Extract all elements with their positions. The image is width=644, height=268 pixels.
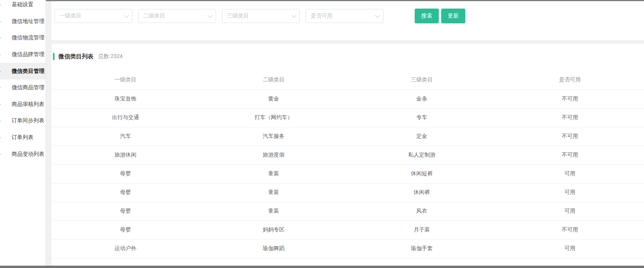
category-list-card: 微信类目列表 总数:2324 一级类目 二级类目 三级类目 是否可用 珠宝首饰 … — [51, 44, 644, 266]
horizontal-scrollbar-bottom[interactable] — [0, 266, 644, 268]
cell-level3: 月子装 — [348, 220, 496, 239]
cell-level2: 黄金 — [200, 90, 348, 108]
cell-level2: 童装 — [200, 183, 348, 202]
cell-availability: 不可用 — [496, 90, 644, 108]
sidebar-menu: ➤ 基础设置 ➤ 微信地址管理 ➤ 微信物流管理 ➤ 微信品牌管理 ➤ 微信类目… — [0, 0, 46, 162]
sidebar-item-wechat-brand[interactable]: ➤ 微信品牌管理 — [0, 46, 46, 63]
sidebar-item-order-sync-list[interactable]: ➤ 订单同步列表 — [0, 113, 46, 129]
cell-level3: 专车 — [348, 108, 496, 127]
cell-availability: 可用 — [496, 183, 644, 202]
sidebar-item-wechat-address[interactable]: ➤ 微信地址管理 — [0, 13, 46, 30]
table-row: 珠宝首饰 黄金 金条 不可用 — [51, 90, 644, 108]
table-header-row: 一级类目 二级类目 三级类目 是否可用 — [51, 70, 644, 90]
cell-availability: 不可用 — [496, 220, 644, 239]
table-row: 旅游休闲 旅游度假 私人定制游 不可用 — [51, 146, 644, 164]
cell-level3: 风衣 — [348, 202, 496, 220]
section-header: 微信类目列表 总数:2324 — [51, 53, 644, 60]
total-count: 总数:2324 — [98, 53, 123, 60]
select-placeholder: 二级类目 — [143, 12, 165, 19]
search-button[interactable]: 搜索 — [415, 9, 439, 23]
arrow-icon: ➤ — [0, 19, 1, 24]
cell-availability: 可用 — [496, 239, 644, 258]
level3-category-select[interactable]: 三级类目 — [222, 9, 300, 23]
cell-availability: 不可用 — [496, 127, 644, 146]
cell-availability: 不可用 — [496, 108, 644, 127]
sidebar-item-label: 微信商品管理 — [0, 84, 44, 91]
table-row: 汽车 汽车服务 定金 不可用 — [51, 127, 644, 146]
column-header-level1: 一级类目 — [51, 70, 200, 90]
cell-level2: 瑜伽舞蹈 — [200, 239, 348, 258]
filter-row: 一级类目 二级类目 三级类目 是否可用 搜索 更新 — [51, 1, 644, 23]
cell-level1: 母婴 — [51, 164, 200, 183]
sidebar-item-wechat-product[interactable]: ➤ 微信商品管理 — [0, 79, 46, 96]
cell-level3: 定金 — [348, 127, 496, 146]
select-placeholder: 是否可用 — [311, 12, 333, 19]
filter-card: 一级类目 二级类目 三级类目 是否可用 搜索 更新 — [51, 1, 644, 40]
chevron-down-icon — [208, 13, 213, 18]
arrow-icon: ➤ — [0, 118, 1, 123]
sidebar-item-label: 微信品牌管理 — [0, 51, 44, 58]
sidebar-item-wechat-category[interactable]: ➤ 微信类目管理 — [0, 63, 46, 79]
arrow-icon: ➤ — [0, 35, 1, 41]
arrow-icon: ➤ — [0, 52, 1, 57]
table-row: 运动户外 瑜伽舞蹈 瑜伽手套 可用 — [51, 239, 644, 258]
sidebar-item-label: 微信类目管理 — [0, 68, 44, 75]
sidebar-item-label: 微信地址管理 — [0, 18, 44, 25]
arrow-icon: ➤ — [0, 152, 1, 157]
cell-level3: 私人定制游 — [348, 146, 496, 164]
sidebar-item-label: 商品审核列表 — [0, 101, 44, 108]
cell-level2: 旅游度假 — [200, 146, 348, 164]
select-placeholder: 三级类目 — [227, 12, 249, 19]
sidebar-item-order-list[interactable]: ➤ 订单列表 — [0, 129, 46, 146]
cell-level3: 金条 — [348, 90, 496, 108]
level1-category-select[interactable]: 一级类目 — [55, 9, 132, 23]
cell-level1: 出行与交通 — [51, 108, 200, 127]
arrow-icon: ➤ — [0, 102, 1, 107]
cell-level3: 休闲裤 — [348, 183, 496, 202]
cell-level2: 童装 — [200, 202, 348, 220]
column-header-level2: 二级类目 — [200, 70, 348, 90]
table-row: 母婴 童装 休闲短裤 可用 — [51, 164, 644, 183]
horizontal-scrollbar-top[interactable] — [46, 0, 644, 1]
cell-level2: 汽车服务 — [200, 127, 348, 146]
cell-availability: 可用 — [496, 202, 644, 220]
sidebar-item-label: 订单列表 — [0, 134, 33, 141]
cell-level1: 母婴 — [51, 202, 200, 220]
cell-level1: 母婴 — [51, 220, 200, 239]
cell-availability: 不可用 — [496, 146, 644, 164]
table-row: 出行与交通 打车（网约车） 专车 不可用 — [51, 108, 644, 127]
table-row: 母婴 童装 风衣 可用 — [51, 202, 644, 220]
sidebar-item-basic-settings[interactable]: ➤ 基础设置 — [0, 0, 46, 13]
level2-category-select[interactable]: 二级类目 — [138, 9, 216, 23]
column-header-level3: 三级类目 — [348, 70, 496, 90]
accent-bar — [53, 53, 55, 60]
cell-level1: 运动户外 — [51, 239, 200, 258]
table-row: 母婴 童装 休闲裤 可用 — [51, 183, 644, 202]
sidebar-item-label: 商品变动列表 — [0, 151, 44, 158]
sidebar: ➤ 基础设置 ➤ 微信地址管理 ➤ 微信物流管理 ➤ 微信品牌管理 ➤ 微信类目… — [0, 0, 46, 266]
cell-level2: 打车（网约车） — [200, 108, 348, 127]
arrow-icon: ➤ — [0, 135, 1, 140]
cell-availability: 可用 — [496, 164, 644, 183]
cell-level3: 休闲短裤 — [348, 164, 496, 183]
update-button[interactable]: 更新 — [441, 9, 465, 23]
cell-level1: 母婴 — [51, 183, 200, 202]
cell-level1: 旅游休闲 — [51, 146, 200, 164]
sidebar-item-wechat-logistics[interactable]: ➤ 微信物流管理 — [0, 30, 46, 46]
sidebar-item-label: 微信物流管理 — [0, 34, 44, 41]
availability-select[interactable]: 是否可用 — [306, 9, 384, 23]
chevron-down-icon — [124, 13, 129, 18]
arrow-icon: ➤ — [0, 2, 1, 7]
column-header-availability: 是否可用 — [496, 70, 644, 90]
select-placeholder: 一级类目 — [60, 12, 81, 19]
cell-level3: 瑜伽手套 — [348, 239, 496, 258]
sidebar-item-product-review-list[interactable]: ➤ 商品审核列表 — [0, 96, 46, 113]
arrow-icon: ➤ — [0, 69, 1, 74]
sidebar-item-label: 订单同步列表 — [0, 117, 44, 124]
sidebar-item-product-change-list[interactable]: ➤ 商品变动列表 — [0, 146, 46, 162]
chevron-down-icon — [291, 13, 296, 18]
table-row: 母婴 妈妈专区 月子装 不可用 — [51, 220, 644, 239]
cell-level2: 妈妈专区 — [200, 220, 348, 239]
arrow-icon: ➤ — [0, 85, 1, 90]
section-title: 微信类目列表 — [58, 53, 93, 60]
